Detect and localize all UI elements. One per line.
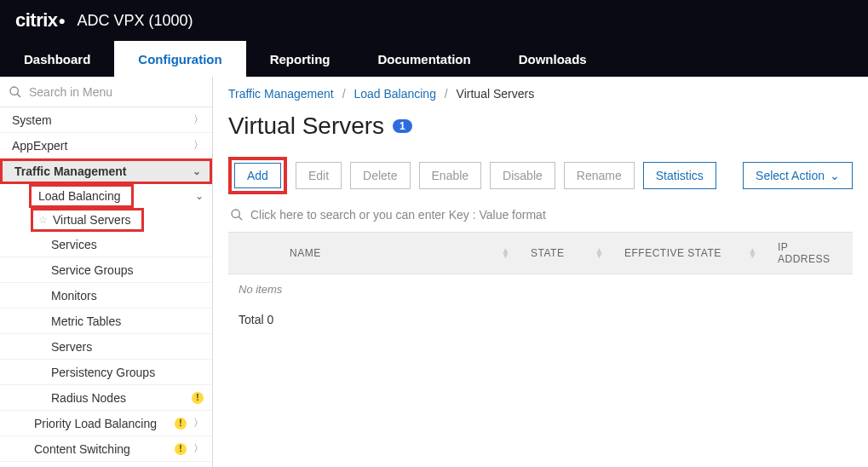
tab-configuration[interactable]: Configuration — [114, 41, 245, 77]
grid-search-hint: Click here to search or you can enter Ke… — [250, 208, 546, 222]
sidebar-item-services[interactable]: Services — [0, 232, 212, 257]
product-name: ADC VPX (1000) — [78, 12, 193, 30]
menu-search[interactable]: Search in Menu — [0, 77, 212, 107]
main-nav: Dashboard Configuration Reporting Docume… — [0, 41, 868, 77]
tab-documentation[interactable]: Documentation — [354, 41, 495, 77]
svg-point-0 — [10, 87, 18, 95]
sidebar-item-appexpert[interactable]: AppExpert 〉 — [0, 133, 212, 159]
svg-line-3 — [239, 216, 242, 220]
col-effective-state[interactable]: EFFECTIVE STATE▲▼ — [614, 233, 767, 274]
statistics-button[interactable]: Statistics — [643, 162, 716, 189]
sidebar-item-monitors[interactable]: Monitors — [0, 283, 212, 308]
chevron-right-icon: 〉 — [193, 138, 204, 153]
sidebar-item-persistency-groups[interactable]: Persistency Groups — [0, 360, 212, 385]
tab-downloads[interactable]: Downloads — [495, 41, 611, 77]
menu-search-placeholder: Search in Menu — [29, 85, 112, 99]
table-header: NAME▲▼ STATE▲▼ EFFECTIVE STATE▲▼ IP ADDR… — [228, 232, 853, 274]
col-name[interactable]: NAME▲▼ — [279, 233, 520, 274]
star-icon: ☆ — [38, 214, 48, 226]
col-checkbox[interactable] — [228, 233, 279, 274]
edit-button[interactable]: Edit — [296, 162, 342, 189]
svg-line-1 — [17, 94, 20, 97]
sidebar-item-priority-lb[interactable]: Priority Load Balancing ! 〉 — [0, 411, 212, 436]
app-header: citrix● ADC VPX (1000) — [0, 0, 868, 41]
chevron-down-icon: ⌄ — [830, 169, 840, 182]
col-state[interactable]: STATE▲▼ — [520, 233, 614, 274]
sidebar-item-traffic-management[interactable]: Traffic Management ⌄ — [0, 159, 212, 184]
chevron-right-icon: 〉 — [193, 441, 204, 456]
brand-logo: citrix● — [15, 9, 66, 32]
sort-icon: ▲▼ — [502, 248, 510, 258]
tab-reporting[interactable]: Reporting — [246, 41, 354, 77]
chevron-down-icon: ⌄ — [195, 190, 204, 202]
add-button[interactable]: Add — [234, 163, 281, 188]
sidebar-item-load-balancing-wrap[interactable]: Load Balancing ⌄ — [0, 184, 212, 208]
main-content: Traffic Management / Load Balancing / Vi… — [213, 77, 868, 467]
sidebar-item-content-switching[interactable]: Content Switching ! 〉 — [0, 436, 212, 462]
warning-icon: ! — [175, 418, 187, 430]
table-total: Total 0 — [228, 304, 853, 335]
search-icon — [9, 85, 22, 99]
breadcrumb: Traffic Management / Load Balancing / Vi… — [228, 87, 853, 101]
chevron-right-icon: 〉 — [193, 112, 204, 127]
svg-point-2 — [232, 210, 239, 217]
add-highlight: Add — [228, 157, 287, 194]
sidebar-item-servers[interactable]: Servers — [0, 334, 212, 360]
sidebar-item-system[interactable]: System 〉 — [0, 107, 212, 133]
page-title: Virtual Servers — [228, 112, 384, 140]
toolbar: Add Edit Delete Enable Disable Rename St… — [228, 157, 853, 194]
sidebar-item-virtual-servers-wrap[interactable]: ☆ Virtual Servers — [0, 208, 212, 232]
disable-button[interactable]: Disable — [490, 162, 555, 189]
grid-search[interactable]: Click here to search or you can enter Ke… — [228, 205, 853, 225]
sort-icon: ▲▼ — [749, 248, 757, 258]
sort-icon: ▲▼ — [595, 248, 604, 258]
tab-dashboard[interactable]: Dashboard — [0, 41, 114, 77]
warning-icon: ! — [192, 392, 204, 404]
page-title-row: Virtual Servers 1 — [228, 112, 853, 140]
chevron-down-icon: ⌄ — [193, 165, 201, 177]
crumb-load-balancing[interactable]: Load Balancing — [354, 87, 436, 101]
crumb-traffic-management[interactable]: Traffic Management — [228, 87, 334, 101]
sidebar-item-radius-nodes[interactable]: Radius Nodes ! — [0, 385, 212, 411]
chevron-right-icon: 〉 — [193, 416, 204, 430]
delete-button[interactable]: Delete — [350, 162, 410, 189]
sidebar-item-service-groups[interactable]: Service Groups — [0, 257, 212, 283]
select-action-dropdown[interactable]: Select Action ⌄ — [743, 162, 853, 189]
col-ip-address[interactable]: IP ADDRESS — [767, 233, 853, 274]
sidebar-item-metric-tables[interactable]: Metric Tables — [0, 308, 212, 334]
warning-icon: ! — [175, 443, 187, 455]
crumb-current: Virtual Servers — [457, 87, 535, 101]
search-icon — [230, 208, 244, 222]
enable-button[interactable]: Enable — [419, 162, 482, 189]
count-badge: 1 — [393, 119, 412, 133]
rename-button[interactable]: Rename — [564, 162, 635, 189]
sidebar: Search in Menu System 〉 AppExpert 〉 Traf… — [0, 77, 213, 467]
table-empty: No items — [228, 274, 853, 304]
